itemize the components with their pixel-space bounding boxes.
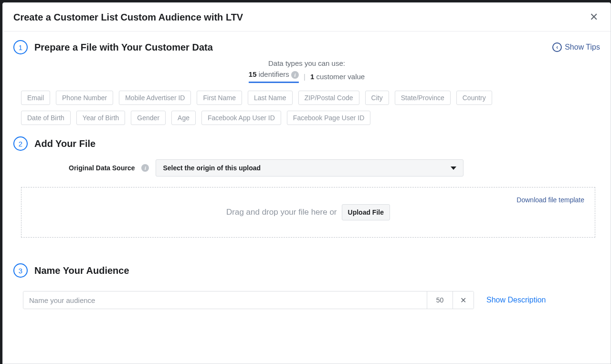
modal: Create a Customer List Custom Audience w… [2,2,611,364]
step-1-header: 1 Prepare a File with Your Customer Data… [13,40,600,54]
step-number-1: 1 [13,40,28,54]
chip-country[interactable]: Country [456,91,492,105]
chip-facebook-app-user-id[interactable]: Facebook App User ID [201,111,281,125]
step-2-title: Add Your File [34,138,95,149]
step-number-2: 2 [13,136,28,151]
data-types-label: Data types you can use: [13,59,600,67]
info-icon[interactable]: i [141,164,149,172]
step-2-header: 2 Add Your File [13,136,600,151]
modal-content: 1 Prepare a File with Your Customer Data… [3,31,611,309]
step-1: 1 Prepare a File with Your Customer Data… [13,40,600,125]
chevron-left-icon: ‹ [552,42,562,52]
close-icon[interactable]: ✕ [588,10,600,24]
identifiers-count: 15 [249,70,257,78]
identifiers-label: identifiers [257,70,292,78]
tab-divider: | [304,73,306,81]
customer-value-label: customer value [314,73,365,81]
chip-year-of-birth[interactable]: Year of Birth [76,111,126,125]
step-1-left: 1 Prepare a File with Your Customer Data [13,40,213,54]
step-1-title: Prepare a File with Your Customer Data [34,42,213,53]
modal-header: Create a Customer List Custom Audience w… [3,3,611,31]
upload-file-button[interactable]: Upload File [342,204,390,220]
step-3: 3 Name Your Audience 50 ✕ Show Descripti… [13,263,600,309]
name-input-group: 50 ✕ [23,291,474,309]
audience-name-input[interactable] [23,291,427,309]
tab-customer-value[interactable]: 1 customer value [310,73,365,81]
identifier-chips-row2: Date of Birth Year of Birth Gender Age F… [13,111,600,125]
chip-city[interactable]: City [365,91,389,105]
chip-email[interactable]: Email [21,91,50,105]
show-description-link[interactable]: Show Description [486,296,546,304]
chip-gender[interactable]: Gender [131,111,166,125]
char-count: 50 [427,291,453,309]
data-types-tabs: 15 identifiers i | 1 customer value [13,70,600,83]
info-icon[interactable]: i [291,71,299,79]
chip-date-of-birth[interactable]: Date of Birth [21,111,71,125]
origin-select-placeholder: Select the origin of this upload [163,164,261,172]
chip-facebook-page-user-id[interactable]: Facebook Page User ID [287,111,370,125]
chip-zip-postal-code[interactable]: ZIP/Postal Code [298,91,359,105]
chip-last-name[interactable]: Last Name [248,91,293,105]
origin-select[interactable]: Select the origin of this upload [156,159,464,177]
chip-state-province[interactable]: State/Province [395,91,451,105]
identifier-chips-row1: Email Phone Number Mobile Advertiser ID … [13,91,600,105]
step-2: 2 Add Your File Original Data Source i S… [13,136,600,238]
dropzone-text: Drag and drop your file here or [226,208,337,217]
step-2-left: 2 Add Your File [13,136,95,151]
modal-title: Create a Customer List Custom Audience w… [13,12,243,23]
chip-age[interactable]: Age [171,111,196,125]
step-3-header: 3 Name Your Audience [13,263,600,278]
file-dropzone[interactable]: Download file template Drag and drop you… [21,187,595,238]
step-number-3: 3 [13,263,28,278]
show-tips-label: Show Tips [565,43,600,52]
clear-input-button[interactable]: ✕ [453,291,474,309]
step-3-left: 3 Name Your Audience [13,263,129,278]
original-data-source-label: Original Data Source [69,164,135,172]
name-audience-row: 50 ✕ Show Description [23,291,600,309]
step-3-title: Name Your Audience [34,265,129,276]
chip-mobile-advertiser-id[interactable]: Mobile Advertiser ID [119,91,191,105]
tab-identifiers[interactable]: 15 identifiers i [249,70,299,83]
original-data-source-row: Original Data Source i Select the origin… [69,159,600,177]
caret-down-icon [451,166,456,170]
download-file-template-link[interactable]: Download file template [516,196,584,204]
chip-first-name[interactable]: First Name [197,91,242,105]
chip-phone-number[interactable]: Phone Number [56,91,113,105]
show-tips-link[interactable]: ‹ Show Tips [552,42,600,52]
